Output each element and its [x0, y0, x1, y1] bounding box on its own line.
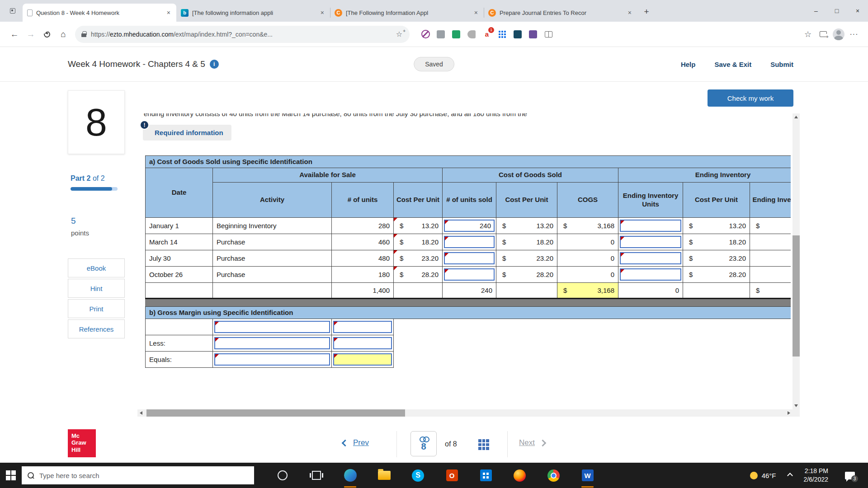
- password-extension-icon[interactable]: [464, 27, 479, 42]
- show-hidden-icons-chevron[interactable]: [787, 473, 793, 479]
- tab-information[interactable]: C [The Following Information Appl ×: [330, 4, 484, 22]
- print-button[interactable]: Print: [68, 299, 125, 318]
- skype-button[interactable]: S: [401, 463, 435, 488]
- units-sold-input[interactable]: [444, 252, 495, 264]
- settings-menu-icon[interactable]: ···: [846, 27, 862, 42]
- tab-actions-button[interactable]: [4, 2, 22, 20]
- gross-margin-item-input[interactable]: [214, 337, 330, 349]
- address-bar[interactable]: https://ezto.mheducation.com/ext/map/ind…: [75, 26, 410, 43]
- url-text[interactable]: https://ezto.mheducation.com/ext/map/ind…: [91, 31, 396, 38]
- tab-journal-entries[interactable]: C Prepare Journal Entries To Recor ×: [484, 4, 637, 22]
- current-page[interactable]: 8: [421, 442, 426, 451]
- units-sold-input[interactable]: [444, 268, 495, 281]
- vertical-scrollbar[interactable]: [793, 113, 800, 409]
- ebook-button[interactable]: eBook: [68, 258, 125, 277]
- horizontal-scroll-thumb[interactable]: [146, 409, 405, 417]
- close-tab-icon[interactable]: ×: [165, 9, 172, 16]
- page-number-box[interactable]: 8: [410, 431, 437, 456]
- ending-units-input[interactable]: [620, 268, 681, 281]
- help-link[interactable]: Help: [681, 61, 696, 68]
- table-a-clip: a) Cost of Goods Sold using Specific Ide…: [145, 155, 791, 299]
- saved-status: Saved: [414, 57, 454, 71]
- weather-widget[interactable]: 46°F: [750, 472, 776, 479]
- profile-avatar[interactable]: [831, 27, 846, 42]
- chevron-left-icon: [342, 439, 349, 446]
- close-window-button[interactable]: ×: [847, 0, 868, 22]
- units-sold-total: 240: [443, 283, 496, 299]
- close-tab-icon[interactable]: ×: [319, 9, 326, 16]
- cell-value: 28.20: [729, 271, 746, 278]
- submit-link[interactable]: Submit: [770, 61, 793, 68]
- next-button[interactable]: Next: [519, 438, 545, 447]
- cortana-button[interactable]: [265, 463, 299, 488]
- hint-button[interactable]: Hint: [68, 279, 125, 298]
- table-row: Equals:: [146, 352, 394, 368]
- gross-margin-amount-input[interactable]: [333, 321, 392, 333]
- tab-question-8[interactable]: Question 8 - Week 4 Homework ×: [23, 4, 176, 22]
- office-button[interactable]: O: [435, 463, 469, 488]
- tab-bing-search[interactable]: b [The following information appli ×: [176, 4, 330, 22]
- info-icon[interactable]: i: [210, 60, 219, 69]
- minimize-button[interactable]: –: [806, 0, 826, 22]
- check-my-work-button[interactable]: Check my work: [708, 89, 793, 107]
- units-sold-input[interactable]: [444, 236, 495, 248]
- green-extension-icon[interactable]: [448, 27, 464, 42]
- vertical-scroll-thumb[interactable]: [793, 235, 800, 357]
- close-tab-icon[interactable]: ×: [627, 9, 633, 16]
- horizontal-scrollbar[interactable]: [137, 409, 793, 417]
- collections-icon[interactable]: [816, 27, 831, 42]
- file-explorer-button[interactable]: [367, 463, 401, 488]
- references-button[interactable]: References: [68, 319, 125, 338]
- firefox-button[interactable]: [503, 463, 537, 488]
- firefox-icon: [514, 469, 526, 482]
- question-map-icon[interactable]: [478, 439, 489, 450]
- back-button[interactable]: ←: [6, 26, 23, 42]
- cogs-header: COGS: [557, 183, 618, 218]
- split-screen-icon[interactable]: [541, 27, 556, 42]
- start-button[interactable]: [0, 463, 22, 488]
- task-view-button[interactable]: [299, 463, 333, 488]
- a-extension-icon[interactable]: a1: [479, 27, 495, 42]
- favorites-star-icon[interactable]: ☆: [800, 27, 816, 42]
- gross-margin-item-input[interactable]: [214, 353, 330, 366]
- word-button[interactable]: W: [571, 463, 604, 488]
- units-sold-input[interactable]: 240: [444, 220, 495, 232]
- ending-units-input[interactable]: [620, 252, 681, 264]
- add-favorite-icon[interactable]: ☆+: [396, 30, 403, 38]
- grid-extension-icon[interactable]: [495, 27, 510, 42]
- taskbar-clock[interactable]: 2:18 PM 2/6/2022: [804, 467, 829, 484]
- refresh-button[interactable]: [39, 26, 55, 42]
- search-icon: [28, 472, 34, 479]
- new-tab-button[interactable]: +: [640, 5, 653, 18]
- purple-extension-icon[interactable]: [525, 27, 541, 42]
- scroll-left-button[interactable]: [137, 409, 145, 417]
- cost-per-unit-cell: $13.20: [683, 218, 750, 234]
- forward-button[interactable]: →: [23, 26, 39, 42]
- ending-units-input[interactable]: [620, 220, 681, 232]
- gross-margin-result-input[interactable]: [333, 353, 392, 366]
- currency-symbol: $: [400, 254, 403, 262]
- taskbar-search[interactable]: Type here to search: [22, 466, 254, 484]
- scroll-right-button[interactable]: [785, 409, 793, 417]
- home-button[interactable]: ⌂: [55, 26, 71, 42]
- teal-extension-icon[interactable]: [510, 27, 525, 42]
- ending-units-total: 0: [618, 283, 683, 299]
- scroll-up-button[interactable]: [793, 113, 800, 121]
- prev-button[interactable]: Prev: [343, 438, 369, 447]
- close-tab-icon[interactable]: ×: [473, 9, 479, 16]
- gray-extension-icon[interactable]: [433, 27, 448, 42]
- scroll-down-button[interactable]: [793, 402, 800, 409]
- save-exit-link[interactable]: Save & Exit: [714, 61, 751, 68]
- currency-symbol: $: [400, 271, 403, 278]
- blocker-extension-icon[interactable]: [418, 27, 433, 42]
- maximize-button[interactable]: □: [826, 0, 847, 22]
- edge-taskbar-button[interactable]: [333, 463, 367, 488]
- gross-margin-amount-input[interactable]: [333, 337, 392, 349]
- store-button[interactable]: [469, 463, 503, 488]
- ending-cost-cell: [750, 267, 791, 283]
- ending-units-input[interactable]: [620, 236, 681, 248]
- gross-margin-item-input[interactable]: [214, 321, 330, 333]
- chrome-button[interactable]: [537, 463, 571, 488]
- cell-value: 13.20: [729, 222, 746, 230]
- action-center-button[interactable]: 3: [840, 463, 860, 488]
